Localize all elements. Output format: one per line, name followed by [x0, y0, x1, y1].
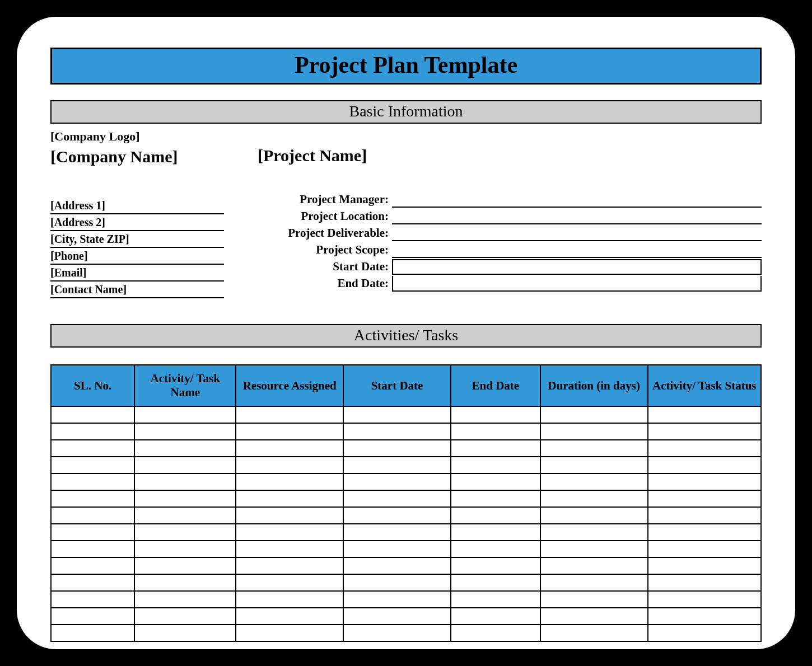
table-cell[interactable] [51, 473, 134, 490]
table-cell[interactable] [236, 406, 343, 423]
table-cell[interactable] [134, 473, 236, 490]
table-cell[interactable] [648, 541, 761, 557]
table-cell[interactable] [134, 625, 236, 641]
table-cell[interactable] [134, 524, 236, 541]
table-cell[interactable] [451, 574, 540, 591]
table-cell[interactable] [236, 490, 343, 507]
table-cell[interactable] [451, 524, 540, 541]
table-cell[interactable] [51, 457, 134, 473]
table-cell[interactable] [51, 440, 134, 457]
table-cell[interactable] [451, 440, 540, 457]
table-cell[interactable] [540, 440, 648, 457]
table-cell[interactable] [51, 490, 134, 507]
table-cell[interactable] [134, 440, 236, 457]
table-cell[interactable] [343, 423, 451, 440]
table-cell[interactable] [51, 557, 134, 574]
city-state-zip-field[interactable]: [City, State ZIP] [50, 231, 224, 248]
table-cell[interactable] [648, 457, 761, 473]
table-cell[interactable] [51, 608, 134, 625]
project-deliverable-input[interactable] [392, 224, 762, 241]
table-cell[interactable] [648, 423, 761, 440]
table-cell[interactable] [648, 406, 761, 423]
table-cell[interactable] [51, 507, 134, 524]
table-cell[interactable] [451, 591, 540, 608]
table-cell[interactable] [134, 423, 236, 440]
table-cell[interactable] [343, 473, 451, 490]
table-cell[interactable] [451, 541, 540, 557]
table-cell[interactable] [236, 507, 343, 524]
table-cell[interactable] [451, 490, 540, 507]
table-cell[interactable] [236, 541, 343, 557]
table-cell[interactable] [648, 625, 761, 641]
table-cell[interactable] [540, 524, 648, 541]
table-cell[interactable] [51, 541, 134, 557]
table-cell[interactable] [51, 625, 134, 641]
table-cell[interactable] [343, 524, 451, 541]
table-cell[interactable] [451, 406, 540, 423]
table-cell[interactable] [540, 457, 648, 473]
table-cell[interactable] [51, 524, 134, 541]
table-cell[interactable] [343, 574, 451, 591]
table-cell[interactable] [540, 557, 648, 574]
table-cell[interactable] [451, 423, 540, 440]
table-cell[interactable] [540, 541, 648, 557]
table-cell[interactable] [134, 591, 236, 608]
table-cell[interactable] [134, 457, 236, 473]
table-cell[interactable] [451, 457, 540, 473]
table-cell[interactable] [134, 490, 236, 507]
table-cell[interactable] [648, 440, 761, 457]
project-scope-input[interactable] [392, 241, 762, 258]
table-cell[interactable] [236, 423, 343, 440]
table-cell[interactable] [343, 625, 451, 641]
table-cell[interactable] [343, 406, 451, 423]
table-cell[interactable] [134, 406, 236, 423]
table-cell[interactable] [540, 574, 648, 591]
table-cell[interactable] [343, 507, 451, 524]
table-cell[interactable] [236, 457, 343, 473]
table-cell[interactable] [648, 591, 761, 608]
table-cell[interactable] [648, 507, 761, 524]
table-cell[interactable] [343, 440, 451, 457]
table-cell[interactable] [343, 490, 451, 507]
table-cell[interactable] [343, 557, 451, 574]
table-cell[interactable] [343, 457, 451, 473]
table-cell[interactable] [648, 473, 761, 490]
table-cell[interactable] [134, 574, 236, 591]
table-cell[interactable] [236, 473, 343, 490]
table-cell[interactable] [134, 507, 236, 524]
table-cell[interactable] [540, 608, 648, 625]
table-cell[interactable] [451, 608, 540, 625]
table-cell[interactable] [236, 591, 343, 608]
table-cell[interactable] [134, 541, 236, 557]
contact-name-field[interactable]: [Contact Name] [50, 282, 224, 298]
table-cell[interactable] [540, 473, 648, 490]
table-cell[interactable] [540, 625, 648, 641]
table-cell[interactable] [451, 473, 540, 490]
address2-field[interactable]: [Address 2] [50, 214, 224, 231]
table-cell[interactable] [451, 507, 540, 524]
table-cell[interactable] [51, 591, 134, 608]
table-cell[interactable] [51, 406, 134, 423]
project-location-input[interactable] [392, 208, 762, 224]
table-cell[interactable] [134, 608, 236, 625]
table-cell[interactable] [451, 625, 540, 641]
phone-field[interactable]: [Phone] [50, 248, 224, 265]
table-cell[interactable] [648, 608, 761, 625]
table-cell[interactable] [343, 608, 451, 625]
end-date-input[interactable] [392, 276, 762, 292]
table-cell[interactable] [540, 406, 648, 423]
table-cell[interactable] [236, 625, 343, 641]
table-cell[interactable] [236, 608, 343, 625]
email-field[interactable]: [Email] [50, 265, 224, 282]
table-cell[interactable] [236, 440, 343, 457]
table-cell[interactable] [134, 557, 236, 574]
start-date-input[interactable] [392, 259, 762, 275]
table-cell[interactable] [540, 490, 648, 507]
table-cell[interactable] [648, 490, 761, 507]
table-cell[interactable] [343, 591, 451, 608]
table-cell[interactable] [236, 524, 343, 541]
table-cell[interactable] [236, 557, 343, 574]
table-cell[interactable] [51, 574, 134, 591]
table-cell[interactable] [343, 541, 451, 557]
table-cell[interactable] [540, 507, 648, 524]
